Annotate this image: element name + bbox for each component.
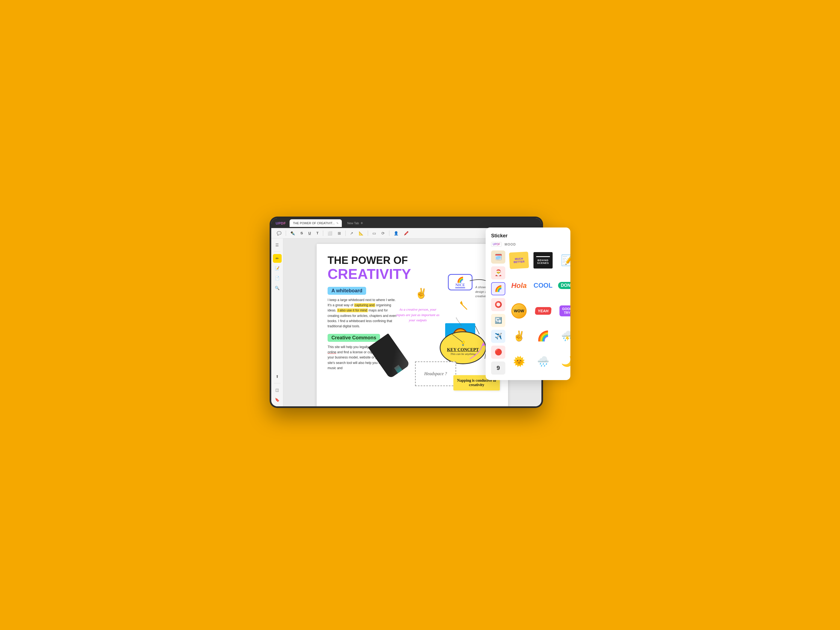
text-box-tool[interactable]: ⬜ <box>327 231 333 236</box>
user-tool[interactable]: 👤 <box>393 231 399 236</box>
sticker-tab-mood[interactable]: MOOD <box>504 243 516 246</box>
peace-hand-doodle: ✌️ <box>415 287 427 299</box>
sticker-thumb-plane[interactable]: ✈️ <box>491 330 505 343</box>
sticker-good-try[interactable]: GOODTRY <box>556 301 570 321</box>
sticker-thumb-rainbow[interactable]: 🌈 <box>491 282 505 295</box>
sticker-sun-face[interactable]: 🌞 <box>508 352 530 371</box>
sticker-hola[interactable]: Hola <box>508 276 530 295</box>
underline-tool[interactable]: U <box>307 231 312 236</box>
left-sidebar: ☰ ✏ 📝 📄 🔍 ⬆ ◫ 🔖 <box>271 238 283 406</box>
separator <box>286 231 286 236</box>
separator3 <box>345 231 346 236</box>
section2-heading: Creative Commons <box>328 334 380 342</box>
wow-sticker: WOW <box>511 303 527 319</box>
sticker-left-col: 🗓️ 🎅 🌈 ⭕ ↪️ ✈️ 🔴 9 <box>491 251 505 374</box>
tab-new[interactable]: New Tab + <box>344 219 366 227</box>
sidebar-edit[interactable]: 📝 <box>273 264 282 273</box>
rain-cloud-emoji: 🌧️ <box>537 356 549 367</box>
nice-badge: 🌈 NICE <box>448 274 472 291</box>
lasso-tool[interactable]: ⟳ <box>381 231 386 236</box>
ruler-tool[interactable]: 📐 <box>358 231 365 236</box>
pen-tool[interactable]: ✒️ <box>289 231 296 236</box>
sidebar-ocr[interactable]: 🔍 <box>273 284 282 292</box>
yeah-sticker: YEAH <box>535 307 551 315</box>
sidebar-divider2 <box>274 383 281 384</box>
key-concept-title: KEY CONCEPT <box>447 347 479 352</box>
tab-edit-icon[interactable]: ✎ <box>336 222 338 225</box>
strikethrough-tool[interactable]: S <box>299 231 304 236</box>
sticker-thumb-tape[interactable]: 🗓️ <box>491 251 505 264</box>
shape-tool[interactable]: ▭ <box>371 231 377 236</box>
arrow-tool[interactable]: ↗ <box>349 231 354 236</box>
text-tool[interactable]: T <box>315 231 320 236</box>
sticker-thumb-santa[interactable]: 🎅 <box>491 266 505 279</box>
sidebar-annotate[interactable]: ✏ <box>273 254 282 263</box>
tab-active[interactable]: THE POWER OF CREATIVIT... ✎ <box>290 219 342 227</box>
sticker-wow[interactable]: WOW <box>508 301 530 321</box>
sticker-body: 🗓️ 🎅 🌈 ⭕ ↪️ ✈️ 🔴 9 MUCHBETTER BEHIND <box>491 251 565 374</box>
sticker-peace-hand[interactable]: ✌️ <box>508 326 530 346</box>
columns-tool[interactable]: ⊞ <box>336 231 342 236</box>
sticker-main-grid: MUCHBETTER BEHIND SCENES 📝 Hola <box>508 251 570 374</box>
section1-text: I keep a large whiteboard next to where … <box>328 297 399 329</box>
rainbow-in-badge: 🌈 <box>457 276 464 283</box>
device-wrapper: UPDF THE POWER OF CREATIVIT... ✎ New Tab… <box>270 216 570 414</box>
moon-emoji: 🌙 <box>561 356 571 367</box>
sticker-thumb-arrow[interactable]: ↪️ <box>491 314 505 327</box>
sidebar-layers[interactable]: ◫ <box>273 385 282 394</box>
updf-logo: UPDF <box>274 221 287 225</box>
hola-sticker: Hola <box>511 281 527 290</box>
document-page: THE POWER OF CREATIVITY A whiteboard I k… <box>317 244 508 406</box>
nice-text: NICE <box>455 283 465 288</box>
highlight-text2: I also use it for mind <box>337 308 368 312</box>
sidebar-organize[interactable]: 📄 <box>273 274 282 283</box>
sticker-tabs: UPDF MOOD <box>491 242 565 246</box>
comment-tool[interactable]: 💬 <box>276 231 283 236</box>
sticker-rainbow[interactable]: 🌈 <box>532 326 554 346</box>
sticker-done[interactable]: DONE <box>556 276 570 295</box>
separator4 <box>368 231 368 236</box>
key-concept-sub: This can be anything <box>450 352 475 355</box>
key-concept-bubble: 💡 KEY CONCEPT This can be anything <box>440 332 486 364</box>
sticker-behind-scenes[interactable]: BEHIND SCENES <box>532 251 554 270</box>
headspace-box: Headspace ? <box>415 362 456 386</box>
sidebar-pages[interactable]: ☰ <box>273 241 282 249</box>
svg-marker-0 <box>460 301 463 305</box>
done-sticker: DONE <box>558 282 570 289</box>
cool-sticker: COOL <box>534 282 553 289</box>
sticker-moon[interactable]: 🌙 <box>556 352 570 371</box>
lightning-emoji: ⛈️ <box>561 330 571 342</box>
rainbow-emoji: 🌈 <box>537 330 549 342</box>
sticker-thumb-oval[interactable]: ⭕ <box>491 298 505 311</box>
sidebar-bookmark[interactable]: 🔖 <box>273 395 282 404</box>
sticker-cool[interactable]: COOL <box>532 276 554 295</box>
highlight-text: capturing and <box>354 303 375 307</box>
good-try-sticker: GOODTRY <box>559 305 570 316</box>
sticker-thumb-nine[interactable]: 9 <box>491 362 505 374</box>
separator2 <box>323 231 323 236</box>
sticker-much-better[interactable]: MUCHBETTER <box>508 251 530 270</box>
section1-heading: A whiteboard <box>328 287 366 295</box>
sticker-panel-title: Sticker <box>491 233 565 239</box>
peace-hand-emoji: ✌️ <box>513 330 525 342</box>
notepad-emoji: 📝 <box>561 254 571 266</box>
sidebar-divider <box>274 251 281 252</box>
sticker-notepad[interactable]: 📝 <box>556 251 570 270</box>
underline-text: online <box>328 350 336 354</box>
highlight-tool[interactable]: 🖍️ <box>403 231 410 236</box>
much-better-sticker: MUCHBETTER <box>509 251 529 269</box>
new-tab-plus-icon[interactable]: + <box>361 221 363 226</box>
sidebar-export[interactable]: ⬆ <box>273 372 282 381</box>
sticker-rain-cloud[interactable]: 🌧️ <box>532 352 554 371</box>
sticker-thumb-dot[interactable]: 🔴 <box>491 346 505 359</box>
sun-face-emoji: 🌞 <box>513 356 525 367</box>
marker-tip <box>394 365 402 373</box>
behind-scenes-sticker: BEHIND SCENES <box>534 252 553 268</box>
sticker-yeah[interactable]: YEAH <box>532 301 554 321</box>
sticker-panel: Sticker UPDF MOOD 🗓️ 🎅 🌈 ⭕ ↪️ ✈️ 🔴 9 <box>486 227 570 380</box>
sticker-tab-updf[interactable]: UPDF <box>491 242 502 246</box>
sticker-lightning[interactable]: ⛈️ <box>556 326 570 346</box>
italic-creative-text: As a creative person, your inputs are ju… <box>396 307 440 323</box>
titlebar: UPDF THE POWER OF CREATIVIT... ✎ New Tab… <box>271 218 542 228</box>
